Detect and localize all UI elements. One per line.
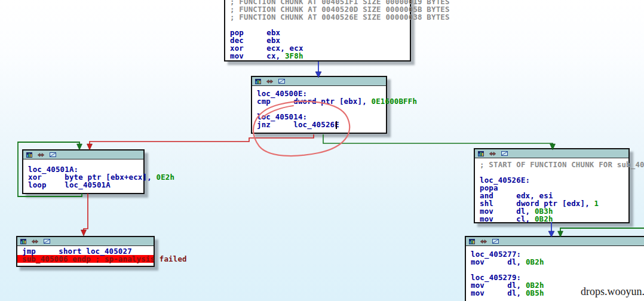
node-collapse-icon[interactable]	[501, 151, 508, 156]
code-line: mov cl, 0B2h	[480, 215, 624, 223]
code-line: sub_405006 endp ; sp-analysis failed	[17, 255, 154, 263]
code-line: ; START OF FUNCTION CHUNK FOR sub_405006	[480, 161, 624, 168]
node-pin-icon[interactable]	[266, 79, 273, 84]
node-title-bar[interactable]	[23, 150, 143, 159]
edge-flow-top-to-loc40500E	[315, 62, 321, 78]
code-line: ; FUNCTION CHUNK AT 0040526E SIZE 000000…	[230, 13, 405, 21]
code-line: mov dl, 0B2h	[471, 258, 644, 266]
function-chunk-comments-block[interactable]: ; FUNCTION CHUNK AT 004051F1 SIZE 000000…	[224, 0, 411, 62]
node-palette-icon[interactable]	[255, 79, 261, 84]
block-loc-40526E[interactable]: ; START OF FUNCTION CHUNK FOR sub_405006…	[474, 148, 630, 223]
watermark-text: drops.wooyun.org	[581, 285, 644, 298]
disassembly-code[interactable]: loc_40500E:cmp dword ptr [ebx], 0E1600BF…	[252, 86, 386, 128]
block-loc-40500E[interactable]: loc_40500E:cmp dword ptr [ebx], 0E1600BF…	[251, 76, 387, 134]
node-collapse-icon[interactable]	[50, 152, 56, 157]
code-line: jnz loc_40526E	[257, 121, 381, 128]
text-cursor	[336, 121, 337, 129]
disassembly-code[interactable]: loc_40501A:xor byte ptr [ebx+ecx], 0E2hl…	[23, 159, 143, 189]
edge-fallthrough-to-jmp-block	[81, 194, 88, 236]
node-collapse-icon[interactable]	[44, 239, 50, 244]
node-pin-icon[interactable]	[32, 239, 38, 244]
node-collapse-icon[interactable]	[492, 239, 499, 244]
node-palette-icon[interactable]	[20, 239, 26, 244]
block-jmp-loc-405027[interactable]: jmp short loc_405027sub_405006 endp ; sp…	[16, 236, 155, 267]
node-title-bar[interactable]	[475, 149, 628, 158]
node-palette-icon[interactable]	[469, 239, 475, 244]
node-palette-icon[interactable]	[26, 152, 32, 158]
node-title-bar[interactable]	[17, 237, 154, 246]
edge-jnz-not-taken-to-loc40501A	[87, 134, 314, 150]
disassembly-code[interactable]: ; FUNCTION CHUNK AT 004051F1 SIZE 000000…	[225, 0, 410, 60]
node-pin-icon[interactable]	[480, 239, 487, 244]
disassembly-code[interactable]: ; START OF FUNCTION CHUNK FOR sub_405006…	[475, 158, 628, 223]
block-loc-40501A[interactable]: loc_40501A:xor byte ptr [ebx+ecx], 0E2hl…	[22, 149, 145, 194]
node-collapse-icon[interactable]	[278, 79, 285, 84]
node-palette-icon[interactable]	[478, 151, 484, 156]
code-line: loop loc_40501A	[28, 181, 139, 189]
edge-flow-loc40526E-to-loc405277	[548, 222, 554, 237]
code-line: mov cx, 3F8h	[230, 52, 405, 60]
code-line: loc_40526E:	[480, 176, 624, 184]
code-line: cmp dword ptr [ebx], 0E1600BFFh	[257, 97, 381, 105]
disassembly-code[interactable]: jmp short loc_405027sub_405006 endp ; sp…	[17, 246, 154, 263]
node-pin-icon[interactable]	[38, 153, 44, 157]
node-title-bar[interactable]	[252, 77, 386, 86]
node-pin-icon[interactable]	[489, 152, 496, 156]
node-title-bar[interactable]	[466, 237, 644, 246]
